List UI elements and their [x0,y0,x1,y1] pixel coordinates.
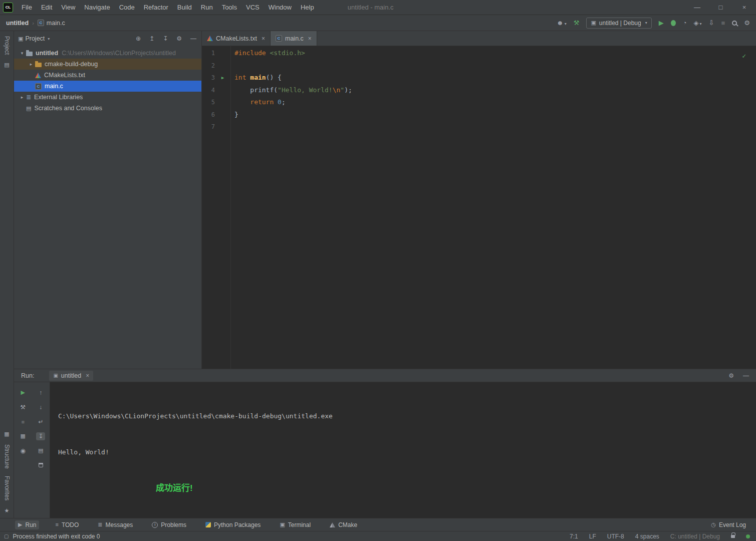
c-file-icon [35,83,42,90]
menu-tools[interactable]: Tools [217,0,241,15]
soft-wrap-button[interactable]: ↵ [38,418,43,425]
pin-tab-button[interactable]: ◉ [21,447,26,454]
chevron-collapsed-icon[interactable]: ▸ [27,62,35,67]
settings-gear-icon[interactable]: ⚙ [728,372,734,379]
close-button[interactable]: × [732,0,756,15]
code-line [234,60,756,72]
tool-button-python-packages[interactable]: Python Packages [202,520,264,529]
toolwindow-toggle-icon[interactable]: ▢ [4,533,9,539]
user-dropdown[interactable]: ☻▾ [557,20,567,27]
settings-gear-icon[interactable]: ⚙ [176,35,182,42]
search-icon[interactable] [732,21,737,26]
coverage-button[interactable]: ◈▾ [694,20,702,27]
tool-button-project[interactable]: Project [4,36,11,55]
code-line: return 0; [234,96,756,109]
tool-button-cmake[interactable]: CMake [327,520,360,529]
menu-refactor[interactable]: Refactor [139,0,173,15]
run-console-output[interactable]: C:\Users\Windows\CLionProjects\untitled\… [50,382,756,518]
menu-navigate[interactable]: Navigate [80,0,114,15]
breadcrumb-file[interactable]: main.c [47,20,65,27]
stop-button[interactable]: ■ [721,20,725,26]
favorites-star-icon[interactable]: ★ [5,507,10,514]
stop-button[interactable]: ■ [21,419,25,425]
run-button[interactable]: ▶ [659,20,664,26]
maximize-button[interactable]: □ [709,0,732,15]
menu-edit[interactable]: Edit [37,0,57,15]
expand-all-button[interactable]: ↧ [163,35,168,42]
up-stack-trace-button[interactable]: ↑ [39,389,42,396]
clear-console-button[interactable] [39,463,43,467]
menu-help[interactable]: Help [296,0,319,15]
menu-window[interactable]: Window [264,0,296,15]
scroll-to-end-button[interactable]: ↧ [36,432,45,440]
minimize-button[interactable]: — [685,0,709,15]
run-main-gutter-icon[interactable]: ▶ [215,72,230,84]
caret-position[interactable]: 7:1 [570,533,578,540]
build-hammer-icon[interactable]: ⚒ [574,20,580,26]
gutter-line: 1 [202,47,230,60]
tree-row-external-libraries[interactable]: ▸ ≣ External Libraries [14,92,201,103]
status-message[interactable]: Process finished with exit code 0 [13,533,100,540]
debug-button[interactable] [671,20,676,26]
tool-button-problems[interactable]: Problems [149,520,189,529]
run-console-tab[interactable]: ▣ untitled × [49,371,93,381]
menu-run[interactable]: Run [196,0,217,15]
tab-cmakelists[interactable]: CMakeLists.txt × [202,31,271,46]
tool-button-terminal[interactable]: ▣Terminal [277,520,314,529]
collapse-all-button[interactable]: ↥ [149,35,154,42]
folder-tool-icon[interactable]: ▤ [4,62,9,68]
menu-build[interactable]: Build [173,0,196,15]
code-area[interactable]: #include <stdio.h> int main() { printf("… [231,46,756,369]
structure-tool-icon[interactable]: ▦ [4,431,9,437]
line-number: 4 [202,84,215,97]
rerun-button[interactable]: ▶ [21,389,25,396]
lock-icon[interactable] [731,535,735,538]
locate-file-button[interactable]: ⊕ [136,35,141,42]
edit-configuration-wrench-icon[interactable]: ⚒ [20,404,26,411]
menu-code[interactable]: Code [115,0,139,15]
project-view-icon: ▣ [18,36,23,42]
tab-main-c[interactable]: main.c × [271,31,317,46]
tool-button-label: Python Packages [214,521,261,528]
hide-panel-button[interactable]: — [743,372,749,379]
menu-view[interactable]: View [57,0,80,15]
hide-panel-button[interactable]: — [190,35,196,42]
chevron-down-icon[interactable]: ▾ [48,37,50,41]
tree-row-root[interactable]: ▾ untitled C:\Users\Windows\CLionProject… [14,48,201,59]
settings-gear-icon[interactable]: ⚙ [744,20,750,26]
tree-row-scratches[interactable]: ▤ Scratches and Consoles [14,103,201,114]
run-configuration-select[interactable]: ▣ untitled | Debug ▾ [586,18,651,29]
toolbar-right: ☻▾ ⚒ ▣ untitled | Debug ▾ ▶ ◔ ◈▾ ⇩ ■ ⚙ [557,18,750,29]
chevron-collapsed-icon[interactable]: ▸ [18,95,26,100]
tool-button-run[interactable]: ▶Run [15,520,39,529]
breadcrumb-project[interactable]: untitled [6,20,29,27]
indent-setting[interactable]: 4 spaces [635,533,659,540]
close-tab-icon[interactable]: × [308,35,312,42]
tool-button-messages[interactable]: ≣Messages [95,520,136,529]
tool-button-favorites[interactable]: Favorites [4,476,11,500]
close-tab-icon[interactable]: × [262,35,265,42]
tool-button-structure[interactable]: Structure [4,444,11,469]
status-bar-right: 7:1 LF UTF-8 4 spaces C: untitled | Debu… [570,533,750,540]
run-panel-label: Run: [21,372,34,379]
tree-row-build-dir[interactable]: ▸ cmake-build-debug [14,59,201,70]
menu-file[interactable]: File [17,0,37,15]
close-tab-icon[interactable]: × [86,372,89,379]
python-icon [205,522,211,527]
profiler-button[interactable]: ◔ [683,20,687,26]
tool-button-event-log[interactable]: ◷Event Log [708,520,749,529]
tool-button-todo[interactable]: ≡TODO [52,520,82,529]
tree-row-cmakelists[interactable]: CMakeLists.txt [14,70,201,81]
menu-vcs[interactable]: VCS [241,0,264,15]
chevron-expanded-icon[interactable]: ▾ [18,51,26,56]
restore-layout-button[interactable]: ▦ [21,433,26,439]
attach-process-button[interactable]: ⇩ [709,20,714,26]
project-panel-title[interactable]: Project [25,35,45,42]
line-separator[interactable]: LF [589,533,596,540]
inspection-ok-icon[interactable]: ✓ [742,50,746,63]
file-encoding[interactable]: UTF-8 [607,533,624,540]
tree-row-main-c[interactable]: main.c [14,81,201,92]
print-button[interactable]: ▤ [38,447,43,454]
notification-dot-icon[interactable] [746,534,750,538]
down-stack-trace-button[interactable]: ↓ [39,404,42,411]
